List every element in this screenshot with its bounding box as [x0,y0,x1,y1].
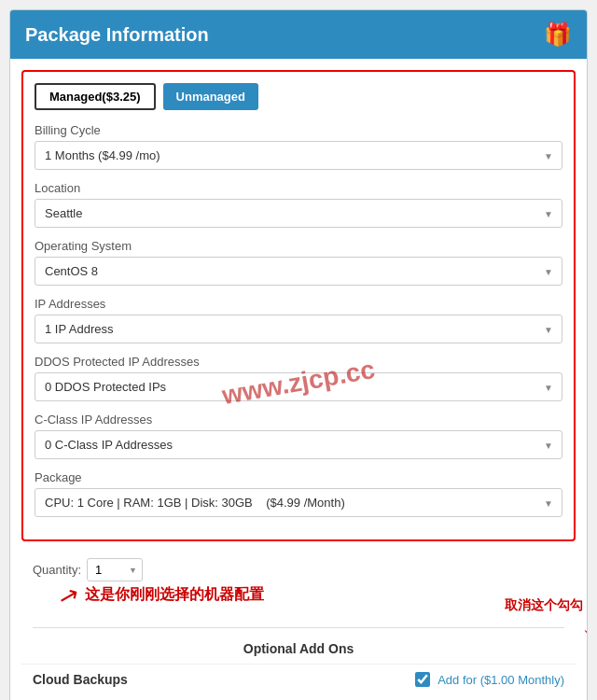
location-select-wrapper: Seattle [35,199,562,228]
ddos-label: DDOS Protected IP Addresses [35,355,562,369]
billing-cycle-select[interactable]: 1 Months ($4.99 /mo) [35,141,562,170]
billing-cycle-select-wrapper: 1 Months ($4.99 /mo) [35,141,562,170]
package-box: Managed($3.25) Unmanaged Billing Cycle 1… [21,70,576,541]
cclass-select-wrapper: 0 C-Class IP Addresses [35,430,562,459]
ddos-select[interactable]: 0 DDOS Protected IPs [35,372,562,401]
package-select[interactable]: CPU: 1 Core | RAM: 1GB | Disk: 30GB ($4.… [35,488,562,517]
ip-select-wrapper: 1 IP Address [35,315,562,343]
cancel-arrow-icon: ↓ [582,616,588,637]
ip-label: IP Addresses [35,297,562,311]
unmanaged-button[interactable]: Unmanaged [163,83,258,110]
package-field: Package CPU: 1 Core | RAM: 1GB | Disk: 3… [35,470,562,517]
divider [33,627,564,628]
location-select[interactable]: Seattle [35,199,562,228]
cancel-cn-text: 取消这个勾勾 [505,597,583,614]
cloud-backups-right: 取消这个勾勾 ↓ Add for ($1.00 Monthly) [415,672,564,687]
cloud-backups-price: Add for ($1.00 Monthly) [437,673,564,687]
ip-field: IP Addresses 1 IP Address [35,297,562,343]
arrow-machine-config-icon: ↗ [55,580,82,613]
quantity-label: Quantity: [33,563,81,577]
cloud-backups-row: Cloud Backups 取消这个勾勾 ↓ Add for ($1.00 Mo… [21,664,576,694]
main-content: www.zjcp.cc Managed($3.25) Unmanaged Bil… [10,59,587,700]
annotation-machine-config-text: 这是你刚刚选择的机器配置 [85,585,264,605]
quantity-select[interactable]: 1 2 3 [87,558,143,581]
ddos-field: DDOS Protected IP Addresses 0 DDOS Prote… [35,355,562,401]
ddos-select-wrapper: 0 DDOS Protected IPs [35,372,562,401]
cclass-field: C-Class IP Addresses 0 C-Class IP Addres… [35,413,562,459]
location-field: Location Seattle [35,181,562,228]
quantity-row: Quantity: 1 2 3 [21,553,576,583]
cancel-annotation: 取消这个勾勾 ↓ [505,597,583,637]
cloud-backups-checkbox[interactable] [415,672,430,687]
annotation-machine-config: ↗ 这是你刚刚选择的机器配置 [21,583,576,620]
billing-cycle-field: Billing Cycle 1 Months ($4.99 /mo) [35,123,562,170]
os-select-wrapper: CentOS 8 [35,257,562,286]
os-select[interactable]: CentOS 8 [35,257,562,286]
page-header: Package Information 🎁 [10,10,587,59]
location-label: Location [35,181,562,195]
ip-select[interactable]: 1 IP Address [35,315,562,343]
managed-toggle-row: Managed($3.25) Unmanaged [35,83,562,110]
package-label: Package [35,470,562,484]
billing-cycle-label: Billing Cycle [35,123,562,137]
quantity-select-wrapper: 1 2 3 [87,558,143,581]
cclass-select[interactable]: 0 C-Class IP Addresses [35,430,562,459]
cloud-backups-label: Cloud Backups [33,672,128,687]
cclass-label: C-Class IP Addresses [35,413,562,427]
package-select-wrapper: CPU: 1 Core | RAM: 1GB | Disk: 30GB ($4.… [35,488,562,517]
optional-addons-title: Optional Add Ons [21,636,576,664]
package-icon: 🎁 [544,21,572,48]
managed-button[interactable]: Managed($3.25) [35,83,156,110]
page-title: Package Information [25,24,209,46]
os-label: Operating System [35,239,562,253]
os-field: Operating System CentOS 8 [35,239,562,286]
